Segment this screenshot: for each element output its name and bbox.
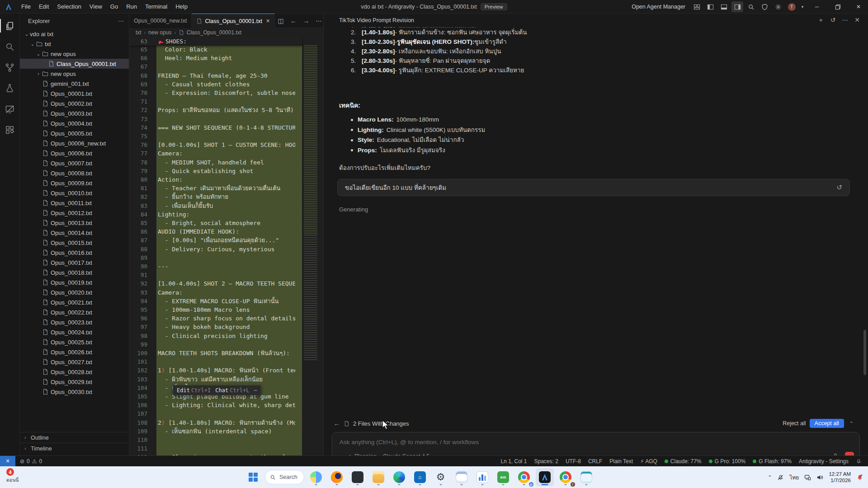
panel-more-icon[interactable]: ⋯ [842,16,848,24]
toggle-sidebar-icon[interactable] [704,1,716,12]
tree-item-opus-00001-txt[interactable]: Opus_00001.txt [20,89,129,99]
taskbar-widget[interactable]: 4 ดอนนี่ [6,468,38,484]
run-debug-icon[interactable] [0,79,20,98]
ais-app-icon[interactable]: AIS [494,468,512,486]
status-item[interactable]: UTF-8 [566,458,581,465]
chat-button[interactable]: Chat [215,387,228,394]
source-control-icon[interactable] [0,58,20,77]
status-item[interactable]: ⚡ AGQ [640,458,657,465]
quota-indicator[interactable]: Claude: 77% [665,458,702,465]
tree-item-gemini-001-txt[interactable]: gemini_001.txt [20,79,129,89]
notes-app-icon[interactable] [577,468,595,486]
tree-item-opus-00003-txt[interactable]: Opus_00003.txt [20,108,129,118]
collapse-icon[interactable]: ⌃ [849,421,854,427]
widgets-icon[interactable] [307,468,325,486]
tree-item-opus-00006-txt[interactable]: Opus_00006.txt [20,148,129,158]
tray-expand-icon[interactable]: ⌃ [768,474,772,480]
status-item[interactable]: Ln 1, Col 1 [500,458,527,465]
tree-item-new-opus[interactable]: ›new opus [20,69,129,79]
store-icon[interactable]: ⌂ [411,468,429,486]
problems-indicator[interactable]: ⊘0 ⚠0 [15,458,47,465]
tree-item-opus-00013-txt[interactable]: Opus_00013.txt [20,218,129,228]
toggle-panel-icon[interactable] [718,1,730,12]
tree-item-vdo-ai-txt[interactable]: ⌄vdo ai txt [20,29,129,39]
tree-item-class-opus-00001-txt[interactable]: Class_Opus_00001.txt [20,59,129,69]
settings-icon[interactable]: ⚙ [432,468,450,486]
status-item[interactable]: Plain Text [609,458,633,465]
section-timeline[interactable]: ›Timeline [20,443,129,454]
tree-item-opus-00010-txt[interactable]: Opus_00010.txt [20,188,129,198]
task-manager-icon[interactable] [473,468,491,486]
tree-item-opus-00007-txt[interactable]: Opus_00007.txt [20,158,129,168]
search-icon[interactable] [745,1,757,12]
tree-item-opus-00025-txt[interactable]: Opus_00025.txt [20,337,129,347]
tree-item-opus-00026-txt[interactable]: Opus_00026.txt [20,347,129,357]
menu-view[interactable]: View [85,0,106,14]
reject-all-button[interactable]: Reject all [783,420,806,427]
tree-item-opus-00018-txt[interactable]: Opus_00018.txt [20,267,129,277]
split-editor-icon[interactable]: ◫ [275,15,287,27]
files-changes-label[interactable]: 2 Files With Changes [353,420,409,427]
extensions-icon[interactable] [0,120,20,139]
volume-icon[interactable] [816,474,823,481]
close-tab-icon[interactable]: ✕ [266,18,270,24]
menu-selection[interactable]: Selection [53,0,85,14]
undo-icon[interactable]: ↺ [836,183,842,192]
tree-item-opus-00030-txt[interactable]: Opus_00030.txt [20,387,129,397]
tree-item-opus-00029-txt[interactable]: Opus_00029.txt [20,377,129,387]
accept-all-button[interactable]: Accept all [810,419,844,428]
tree-item-opus-00009-txt[interactable]: Opus_00009.txt [20,178,129,188]
tree-item-opus-00011-txt[interactable]: Opus_00011.txt [20,198,129,208]
tree-item-opus-00014-txt[interactable]: Opus_00014.txt [20,228,129,238]
tree-item-opus-00022-txt[interactable]: Opus_00022.txt [20,307,129,317]
file-explorer-icon[interactable] [369,468,387,486]
open-agent-manager-button[interactable]: Open Agent Manager [628,3,689,11]
explorer-icon[interactable] [0,16,20,35]
start-button[interactable] [244,468,262,486]
minimize-button[interactable]: ─ [807,0,826,14]
tree-item-opus-00012-txt[interactable]: Opus_00012.txt [20,208,129,218]
tree-item-opus-00028-txt[interactable]: Opus_00028.txt [20,367,129,377]
notifications-off-icon[interactable] [777,474,784,481]
widget-more-icon[interactable]: ⋯ [254,387,257,394]
new-chat-icon[interactable]: ＋ [818,16,824,24]
edit-button[interactable]: Edit [177,387,190,394]
stop-generation-button[interactable] [845,452,854,455]
firefox-icon[interactable] [328,468,346,486]
tree-item-opus-00015-txt[interactable]: Opus_00015.txt [20,238,129,248]
tab-opus-00006-new[interactable]: Opus_00006_new.txt [129,14,192,28]
restore-button[interactable] [828,0,847,14]
clock[interactable]: 12:27 AM 1/7/2026 [829,471,851,484]
status-item[interactable]: Spaces: 2 [534,458,558,465]
settings-status-item[interactable]: Antigravity - Settings [799,458,849,465]
edge-icon[interactable] [390,468,408,486]
chevron-down-icon[interactable]: ▾ [799,1,806,12]
chrome-profile-icon[interactable]: T [557,468,575,486]
tree-item-opus-00004-txt[interactable]: Opus_00004.txt [20,118,129,128]
notepad-icon[interactable] [453,468,471,486]
tree-item-opus-00024-txt[interactable]: Opus_00024.txt [20,327,129,337]
status-item[interactable]: CRLF [588,458,602,465]
menu-edit[interactable]: Edit [35,0,53,14]
notification-bell-icon[interactable] [856,474,863,481]
tree-item-opus-00008-txt[interactable]: Opus_00008.txt [20,168,129,178]
bell-icon[interactable] [856,458,862,464]
menu-run[interactable]: Run [122,0,141,14]
taskbar-search[interactable]: Search [265,470,304,484]
quota-indicator[interactable]: G Flash: 97% [753,458,792,465]
menu-go[interactable]: Go [106,0,122,14]
gear-icon[interactable] [772,1,784,12]
search-icon[interactable] [0,37,20,56]
tree-item-txt[interactable]: ⌄txt [20,39,129,49]
tree-item-opus-00016-txt[interactable]: Opus_00016.txt [20,248,129,258]
menu-file[interactable]: File [17,0,35,14]
toggle-secondary-sidebar-icon[interactable] [731,1,743,12]
tree-item-opus-00017-txt[interactable]: Opus_00017.txt [20,258,129,267]
dark-app-icon[interactable] [349,468,367,486]
tree-item-opus-00021-txt[interactable]: Opus_00021.txt [20,297,129,307]
tab-class-opus-00001[interactable]: Class_Opus_00001.txt ✕ [192,14,275,28]
account-avatar[interactable]: T [786,1,797,12]
chrome-icon[interactable]: @ [515,468,533,486]
history-icon[interactable]: ↺ [830,16,836,24]
minimap[interactable] [304,45,317,361]
